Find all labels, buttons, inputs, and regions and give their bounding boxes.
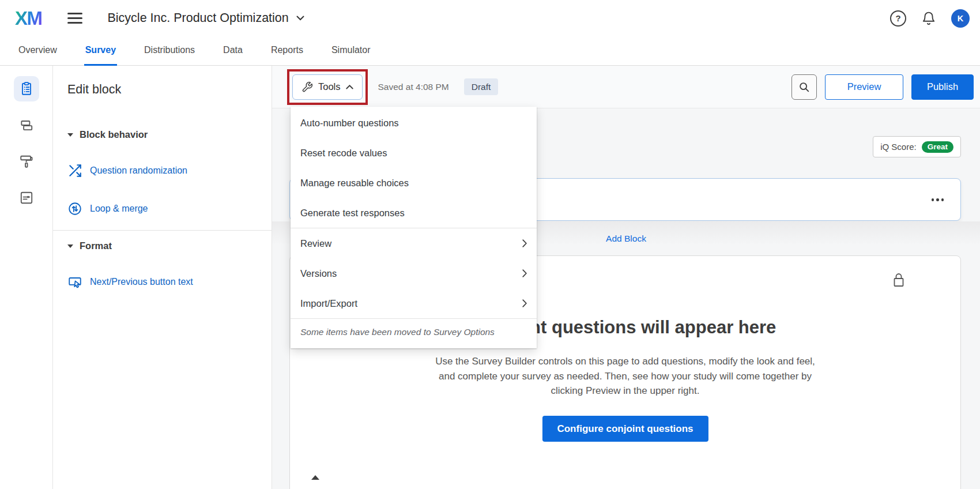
tab-simulator[interactable]: Simulator: [330, 36, 372, 66]
tab-reports[interactable]: Reports: [270, 36, 304, 66]
shuffle-icon: [67, 163, 82, 178]
help-icon[interactable]: ?: [890, 10, 906, 27]
builder-toolbar: Tools Saved at 4:08 PM Draft Preview Pub…: [272, 66, 980, 108]
tab-distributions[interactable]: Distributions: [143, 36, 196, 66]
search-button[interactable]: [791, 74, 817, 100]
lock-icon: [892, 272, 906, 288]
look-and-feel-icon[interactable]: [14, 149, 39, 174]
menu-item-reset-recode[interactable]: Reset recode values: [291, 138, 537, 168]
draft-status-badge: Draft: [464, 78, 499, 95]
notifications-bell-icon[interactable]: [921, 11, 936, 26]
configure-conjoint-button[interactable]: Configure conjoint questions: [542, 416, 708, 442]
caret-down-icon: [67, 133, 73, 137]
iq-score-badge: Great: [922, 141, 953, 153]
edit-block-panel: Edit block Block behavior Question rando…: [53, 66, 272, 489]
panel-title: Edit block: [67, 82, 258, 97]
tab-data[interactable]: Data: [222, 36, 244, 66]
button-cursor-icon: [67, 274, 82, 289]
tab-survey[interactable]: Survey: [84, 36, 117, 66]
add-block-button[interactable]: Add Block: [606, 234, 646, 244]
question-randomization-link[interactable]: Question randomization: [67, 163, 258, 178]
save-status: Saved at 4:08 PM: [378, 82, 449, 92]
loop-icon: [67, 201, 82, 216]
survey-builder-main: Tools Saved at 4:08 PM Draft Preview Pub…: [272, 66, 980, 489]
tools-button[interactable]: Tools: [292, 74, 363, 100]
user-avatar[interactable]: K: [951, 9, 970, 28]
search-icon: [798, 81, 811, 93]
project-title-dropdown[interactable]: Bicycle Inc. Product Optimization: [108, 11, 304, 25]
chevron-up-icon: [346, 85, 353, 89]
iq-score-box[interactable]: iQ Score: Great: [873, 136, 961, 157]
tools-highlight-annotation: Tools: [287, 69, 368, 105]
menu-item-review[interactable]: Review: [291, 228, 537, 258]
menu-item-versions[interactable]: Versions: [291, 258, 537, 288]
chevron-right-icon: [522, 299, 527, 307]
preview-button[interactable]: Preview: [825, 74, 903, 100]
caret-down-icon: [67, 245, 73, 248]
tools-dropdown-menu: Auto-number questions Reset recode value…: [291, 107, 537, 348]
survey-options-icon[interactable]: [14, 185, 39, 210]
wrench-icon: [301, 81, 313, 93]
loop-and-merge-link[interactable]: Loop & merge: [67, 201, 258, 216]
survey-flow-icon[interactable]: [14, 112, 39, 138]
collapse-up-icon[interactable]: [311, 475, 319, 480]
app-header: XM Bicycle Inc. Product Optimization ? K: [0, 0, 980, 36]
menu-item-import-export[interactable]: Import/Export: [291, 288, 537, 318]
project-tabbar: Overview Survey Distributions Data Repor…: [0, 36, 980, 66]
chevron-right-icon: [522, 239, 527, 247]
menu-item-auto-number[interactable]: Auto-number questions: [291, 108, 537, 138]
section-format[interactable]: Format: [67, 240, 258, 251]
menu-note: Some items have been moved to Survey Opt…: [291, 319, 537, 344]
panel-divider: [53, 230, 272, 231]
next-previous-button-text-link[interactable]: Next/Previous button text: [67, 274, 258, 289]
block-options-icon[interactable]: [930, 197, 946, 203]
project-title: Bicycle Inc. Product Optimization: [108, 11, 289, 25]
publish-button[interactable]: Publish: [911, 74, 974, 100]
chevron-right-icon: [522, 269, 527, 277]
menu-item-reusable-choices[interactable]: Manage reusable choices: [291, 168, 537, 198]
chevron-down-icon: [296, 16, 304, 21]
conjoint-description: Use the Survey Builder controls on this …: [418, 354, 833, 398]
xm-logo: XM: [15, 7, 42, 29]
menu-item-test-responses[interactable]: Generate test responses: [291, 198, 537, 228]
builder-icon-rail: [0, 66, 53, 489]
survey-builder-icon[interactable]: [14, 76, 39, 101]
hamburger-menu-icon[interactable]: [67, 10, 82, 27]
tab-overview[interactable]: Overview: [17, 36, 58, 66]
section-block-behavior[interactable]: Block behavior: [67, 129, 258, 140]
